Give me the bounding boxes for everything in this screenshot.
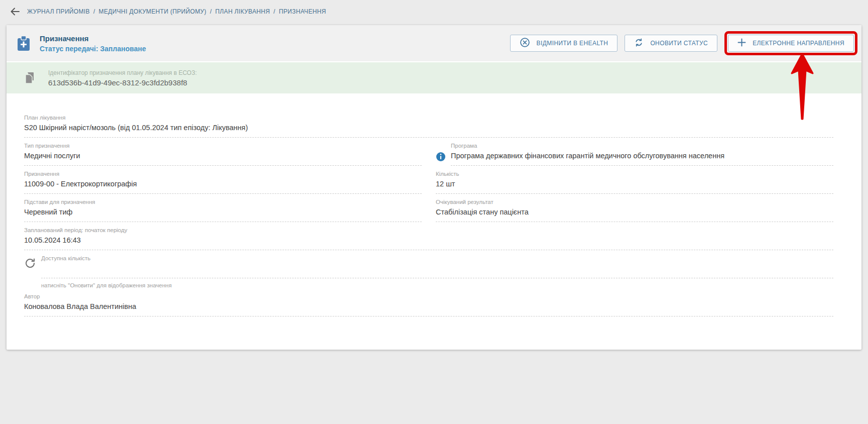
refresh-status-label: ОНОВИТИ СТАТУС [650, 40, 708, 47]
field-hint: натисніть "Оновити" для відображення зна… [41, 282, 833, 288]
field-value: 12 шт [436, 179, 833, 188]
field-author: Автор Коновалова Влада Валентинівна [24, 293, 833, 316]
field-value [41, 264, 833, 273]
cancel-in-ehealth-label: ВІДМІНИТИ В EHEALTH [537, 40, 608, 47]
annotation-red-box: ЕЛЕКТРОННЕ НАПРАВЛЕННЯ [724, 31, 857, 55]
field-assignment-type: Тип призначення Медичні послуги [24, 143, 422, 166]
identifier-banner: Ідентифікатор призначення плану лікуванн… [7, 62, 861, 93]
cancel-circle-icon [520, 37, 530, 49]
field-available-quantity: Доступна кількість натисніть "Оновити" д… [24, 255, 833, 288]
assignment-details: План лікування S20 Шкірний наріст/мозоль… [7, 93, 861, 350]
field-label: Кількість [436, 171, 833, 177]
identifier-label: Ідентифікатор призначення плану лікуванн… [48, 69, 197, 76]
breadcrumb: ЖУРНАЛ ПРИЙОМІВ / МЕДИЧНІ ДОКУМЕНТИ (ПРИ… [27, 8, 326, 15]
breadcrumb-item-medical-documents[interactable]: МЕДИЧНІ ДОКУМЕНТИ (ПРИЙОМУ) [99, 8, 207, 15]
field-label: Призначення [24, 171, 422, 177]
field-planned-period: Запланований період: початок періоду 10.… [24, 227, 833, 250]
field-expected-result: Очікуваний результат Стабілізація стану … [436, 199, 833, 222]
field-treatment-plan: План лікування S20 Шкірний наріст/мозоль… [24, 115, 833, 138]
field-value: 11009-00 - Електрокортикографія [24, 179, 422, 188]
cancel-in-ehealth-button[interactable]: ВІДМІНИТИ В EHEALTH [510, 35, 618, 52]
breadcrumb-item-treatment-plan[interactable]: ПЛАН ЛІКУВАННЯ [215, 8, 270, 15]
field-value: 10.05.2024 16:43 [24, 236, 833, 245]
info-icon[interactable] [436, 152, 446, 162]
transfer-status: Статус передачі: Заплановане [40, 45, 146, 53]
breadcrumb-separator: / [93, 8, 95, 15]
field-label: Тип призначення [24, 143, 422, 149]
field-grounds: Підстави для призначення Черевний тиф [24, 199, 422, 222]
breadcrumb-bar: ЖУРНАЛ ПРИЙОМІВ / МЕДИЧНІ ДОКУМЕНТИ (ПРИ… [0, 0, 868, 23]
copy-icon[interactable] [23, 71, 36, 84]
field-value: Черевний тиф [24, 207, 422, 217]
field-assignment: Призначення 11009-00 - Електрокортикогра… [24, 171, 422, 194]
field-value: Програма державних фінансових гарантій м… [451, 151, 833, 160]
field-label: Програма [451, 143, 833, 149]
refresh-icon [634, 38, 644, 49]
breadcrumb-item-journal[interactable]: ЖУРНАЛ ПРИЙОМІВ [27, 8, 90, 15]
field-program: Програма Програма державних фінансових г… [436, 143, 833, 166]
page-title: Призначення [40, 34, 146, 43]
field-value: Стабілізація стану пацієнта [436, 207, 833, 217]
identifier-value: 613d536b-41d9-49ec-8312-9c3fd2b938f8 [48, 78, 197, 87]
electronic-referral-button[interactable]: ЕЛЕКТРОННЕ НАПРАВЛЕННЯ [728, 35, 854, 52]
field-label: Автор [24, 293, 833, 299]
clipboard-plus-icon [15, 35, 32, 52]
assignment-card: Призначення Статус передачі: Заплановане… [7, 25, 861, 350]
header-actions: ВІДМІНИТИ В EHEALTH ОНОВИТИ СТАТУС ЕЛЕКТ… [510, 31, 857, 55]
field-value: Коновалова Влада Валентинівна [24, 302, 833, 311]
field-label: Очікуваний результат [436, 199, 833, 205]
back-arrow-icon[interactable] [9, 6, 21, 18]
plus-icon [737, 38, 746, 48]
field-label: Підстави для призначення [24, 199, 422, 205]
breadcrumb-separator: / [274, 8, 276, 15]
field-label: Доступна кількість [41, 255, 833, 261]
field-value: S20 Шкірний наріст/мозоль (від 01.05.202… [24, 123, 833, 132]
card-header: Призначення Статус передачі: Заплановане… [7, 25, 861, 61]
field-label: Запланований період: початок періоду [24, 227, 833, 233]
field-value: Медичні послуги [24, 151, 422, 160]
breadcrumb-item-assignment: ПРИЗНАЧЕННЯ [279, 8, 326, 15]
refresh-status-button[interactable]: ОНОВИТИ СТАТУС [625, 35, 717, 52]
field-quantity: Кількість 12 шт [436, 171, 833, 194]
field-label: План лікування [24, 115, 833, 121]
electronic-referral-label: ЕЛЕКТРОННЕ НАПРАВЛЕННЯ [753, 40, 844, 47]
refresh-icon[interactable] [24, 257, 36, 269]
breadcrumb-separator: / [210, 8, 212, 15]
